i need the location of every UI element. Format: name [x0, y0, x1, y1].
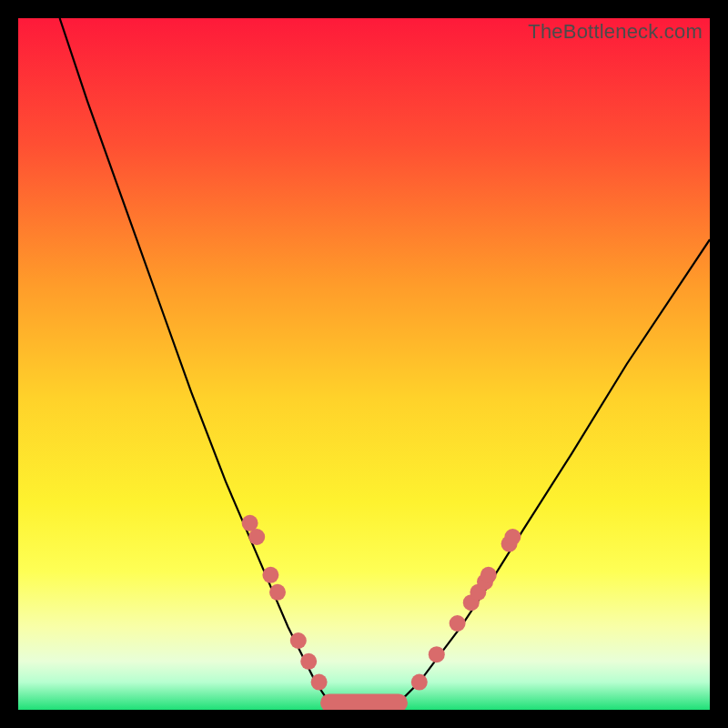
data-marker [290, 632, 307, 649]
data-marker [311, 674, 328, 691]
data-marker [504, 529, 521, 545]
series-right-curve [399, 239, 710, 703]
data-marker [480, 567, 497, 583]
chart-curves [18, 18, 710, 710]
data-marker [411, 674, 428, 691]
data-marker [429, 646, 445, 662]
data-marker [248, 529, 265, 545]
data-marker [450, 615, 466, 632]
series-left-curve [60, 18, 329, 703]
data-marker [300, 653, 317, 670]
bottom-pill-marker [320, 693, 408, 710]
data-marker [269, 584, 286, 601]
chart-frame: TheBottleneck.com [18, 18, 710, 710]
data-marker [262, 567, 278, 583]
